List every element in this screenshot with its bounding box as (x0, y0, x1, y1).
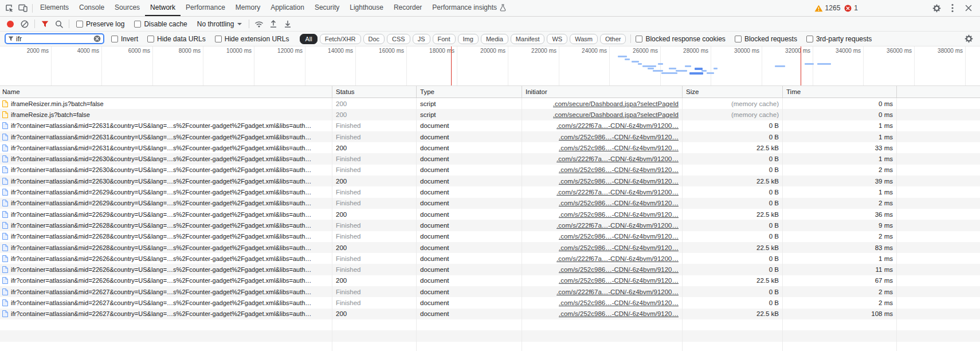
blocked-requests-checkbox[interactable]: Blocked requests (735, 35, 797, 43)
tab-lighthouse[interactable]: Lighthouse (344, 0, 389, 16)
table-row[interactable]: ifr?container=atlassian&mid=22630&countr… (0, 176, 980, 186)
preserve-log-checkbox[interactable]: Preserve log (76, 20, 124, 28)
initiator-link[interactable]: .com/s/252c986…-CDN/-6z4bvm/9120… (559, 166, 679, 173)
tab-memory[interactable]: Memory (230, 0, 265, 16)
network-conditions-button[interactable] (252, 18, 266, 30)
tab-console[interactable]: Console (74, 0, 109, 16)
filter-pill-doc[interactable]: Doc (363, 34, 385, 44)
disable-cache-checkbox[interactable]: Disable cache (134, 20, 187, 28)
request-size-cell: 0 B (683, 253, 783, 264)
filter-input[interactable] (16, 35, 91, 43)
column-header-status[interactable]: Status (332, 86, 417, 98)
record-network-log-button[interactable] (3, 18, 17, 30)
initiator-link[interactable]: .com/s/252c986…-CDN/-6z4bvm/9120… (559, 178, 679, 185)
third-party-requests-checkbox[interactable]: 3rd-party requests (806, 35, 872, 43)
filter-pill-img[interactable]: Img (458, 34, 479, 44)
table-row[interactable]: ifr?container=atlassian&mid=22631&countr… (0, 142, 980, 153)
tab-recorder[interactable]: Recorder (389, 0, 427, 16)
console-errors-badge[interactable]: 1 (844, 4, 858, 12)
column-header-name[interactable]: Name (0, 86, 332, 98)
tab-elements[interactable]: Elements (35, 0, 74, 16)
settings-button[interactable] (930, 2, 943, 14)
filter-pill-all[interactable]: All (300, 34, 317, 44)
initiator-link[interactable]: .com/s/252c986…-CDN/-6z4bvm/9120… (559, 244, 679, 251)
filter-pill-fetch-xhr[interactable]: Fetch/XHR (320, 34, 361, 44)
column-header-initiator[interactable]: Initiator (522, 86, 683, 98)
initiator-link[interactable]: .com/s/252c986…-CDN/-6z4bvm/9120… (559, 211, 679, 218)
column-header-time[interactable]: Time (783, 86, 897, 98)
table-row[interactable]: iframeResizer.min.js?batch=false200scrip… (0, 98, 980, 109)
table-row[interactable]: ifr?container=atlassian&mid=22628&countr… (0, 231, 980, 242)
import-har-button[interactable] (266, 18, 280, 30)
close-devtools-button[interactable] (962, 2, 975, 14)
table-row[interactable]: ifr?container=atlassian&mid=22629&countr… (0, 186, 980, 197)
table-row[interactable]: iframeResize.js?batch=false200script.com… (0, 109, 980, 120)
table-row[interactable]: ifr?container=atlassian&mid=22626&countr… (0, 264, 980, 275)
table-row[interactable]: ifr?container=atlassian&mid=22627&countr… (0, 309, 980, 319)
table-row[interactable]: ifr?container=atlassian&mid=22630&countr… (0, 153, 980, 164)
initiator-link[interactable]: .com/s/222f67a…-CDN/-6z4bvm/91200… (556, 122, 679, 129)
initiator-link[interactable]: .com/s/222f67a…-CDN/-6z4bvm/91200… (556, 155, 679, 162)
initiator-link[interactable]: .com/s/252c986…-CDN/-6z4bvm/9120… (559, 266, 679, 273)
filter-toggle-button[interactable] (38, 18, 52, 30)
clear-filter-icon[interactable] (93, 35, 101, 42)
filter-pill-manifest[interactable]: Manifest (511, 34, 545, 44)
more-options-button[interactable] (946, 2, 959, 14)
initiator-link[interactable]: .com/s/252c986…-CDN/-6z4bvm/9120… (559, 233, 679, 240)
tab-application[interactable]: Application (265, 0, 309, 16)
table-row[interactable]: ifr?container=atlassian&mid=22628&countr… (0, 242, 980, 253)
blocked-response-cookies-checkbox[interactable]: Blocked response cookies (636, 35, 725, 43)
table-row[interactable]: ifr?container=atlassian&mid=22628&countr… (0, 220, 980, 231)
initiator-link[interactable]: .com/s/252c986…-CDN/-6z4bvm/9120… (559, 299, 679, 306)
invert-checkbox[interactable]: Invert (111, 35, 138, 43)
initiator-link[interactable]: .com/s/252c986…-CDN/-6z4bvm/9120… (559, 134, 679, 141)
table-row[interactable]: ifr?container=atlassian&mid=22627&countr… (0, 297, 980, 308)
table-row[interactable]: ifr?container=atlassian&mid=22627&countr… (0, 286, 980, 297)
filter-pill-media[interactable]: Media (481, 34, 508, 44)
tab-performance-insights[interactable]: Performance insights (427, 0, 511, 16)
initiator-link[interactable]: .com/s/222f67a…-CDN/-6z4bvm/91200… (556, 288, 679, 295)
hide-data-urls-checkbox[interactable]: Hide data URLs (147, 35, 206, 43)
tab-performance[interactable]: Performance (181, 0, 230, 16)
filter-pill-other[interactable]: Other (600, 34, 626, 44)
column-header-waterfall[interactable] (897, 86, 980, 98)
overview-strip[interactable]: 2000 ms4000 ms6000 ms8000 ms10000 ms1200… (0, 46, 980, 86)
throttling-select[interactable]: No throttling (193, 20, 246, 28)
network-settings-button[interactable] (962, 33, 975, 45)
tab-security[interactable]: Security (309, 0, 344, 16)
table-row[interactable]: ifr?container=atlassian&mid=22629&countr… (0, 209, 980, 220)
document-file-icon (2, 155, 8, 162)
search-button[interactable] (52, 18, 66, 30)
initiator-link[interactable]: .com/secure/Dashboard.jspa?selectPageId (553, 111, 679, 118)
inspect-element-button[interactable] (2, 2, 16, 14)
console-warnings-badge[interactable]: 1265 (814, 4, 841, 12)
initiator-link[interactable]: .com/s/252c986…-CDN/-6z4bvm/9120… (559, 310, 679, 317)
filter-pill-font[interactable]: Font (433, 34, 456, 44)
filter-pill-ws[interactable]: WS (547, 34, 567, 44)
filter-pill-wasm[interactable]: Wasm (570, 34, 598, 44)
initiator-link[interactable]: .com/s/252c986…-CDN/-6z4bvm/9120… (559, 277, 679, 284)
table-row[interactable]: ifr?container=atlassian&mid=22631&countr… (0, 131, 980, 142)
device-toolbar-button[interactable] (16, 2, 30, 14)
initiator-link[interactable]: .com/s/222f67a…-CDN/-6z4bvm/91200… (556, 189, 679, 196)
column-header-type[interactable]: Type (417, 86, 522, 98)
export-har-button[interactable] (281, 18, 295, 30)
table-row[interactable]: ifr?container=atlassian&mid=22629&countr… (0, 198, 980, 209)
tab-sources[interactable]: Sources (109, 0, 145, 16)
table-row[interactable]: ifr?container=atlassian&mid=22630&countr… (0, 165, 980, 176)
tab-network[interactable]: Network (145, 0, 181, 16)
initiator-link[interactable]: .com/s/222f67a…-CDN/-6z4bvm/91200… (556, 222, 679, 229)
table-row[interactable]: ifr?container=atlassian&mid=22626&countr… (0, 275, 980, 286)
table-row[interactable]: ifr?container=atlassian&mid=22631&countr… (0, 120, 980, 131)
hide-extension-urls-checkbox[interactable]: Hide extension URLs (215, 35, 289, 43)
filter-pill-css[interactable]: CSS (387, 34, 410, 44)
initiator-link[interactable]: .com/s/222f67a…-CDN/-6z4bvm/91200… (556, 255, 679, 262)
overview-tick-label: 18000 ms (429, 48, 457, 54)
initiator-link[interactable]: .com/s/252c986…-CDN/-6z4bvm/9120… (559, 200, 679, 206)
filter-pill-js[interactable]: JS (413, 34, 430, 44)
clear-network-log-button[interactable] (18, 18, 32, 30)
column-header-size[interactable]: Size (683, 86, 783, 98)
table-row[interactable]: ifr?container=atlassian&mid=22626&countr… (0, 253, 980, 264)
initiator-link[interactable]: .com/s/252c986…-CDN/-6z4bvm/9120… (559, 145, 679, 151)
initiator-link[interactable]: .com/secure/Dashboard.jspa?selectPageId (553, 100, 679, 107)
